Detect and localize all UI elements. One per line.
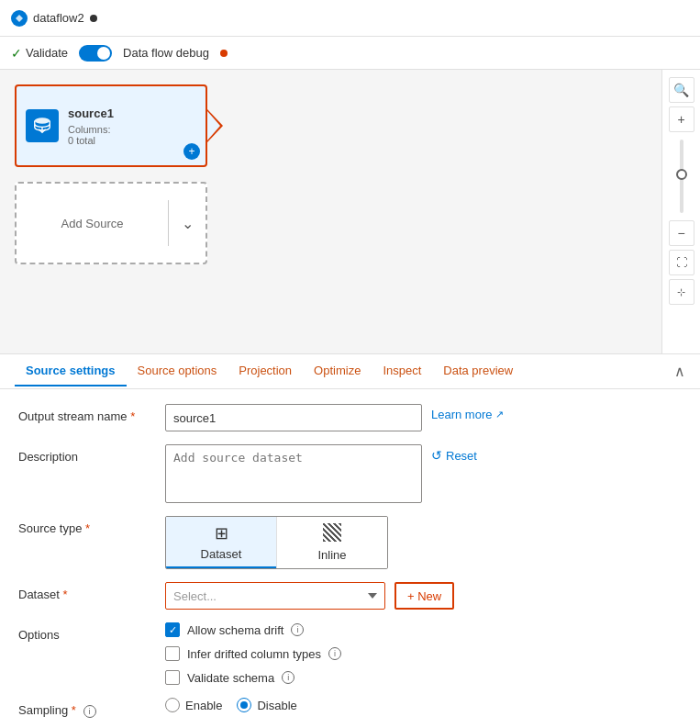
fit-icon: ⛶ — [676, 256, 687, 269]
source-type-group: ⊞ Dataset Inline — [165, 516, 388, 569]
zoom-out-icon: − — [677, 226, 684, 241]
source-type-inline-btn[interactable]: Inline — [277, 517, 387, 568]
zoom-out-button[interactable]: − — [669, 220, 694, 246]
sampling-enable-label: Enable — [185, 699, 222, 712]
reset-icon: ↺ — [431, 448, 442, 463]
source-node-title: source1 — [68, 106, 196, 120]
tab-source-settings[interactable]: Source settings — [15, 356, 127, 386]
reset-button[interactable]: ↺ Reset — [431, 444, 477, 463]
dataset-row: Dataset * Select... + New — [18, 582, 682, 610]
sampling-disable-row: Disable — [237, 698, 296, 712]
source-type-label: Source type * — [18, 516, 165, 535]
top-bar: dataflow2 — [0, 0, 700, 37]
output-stream-controls: Learn more ↗ — [165, 404, 682, 431]
options-controls: Allow schema drift i Infer drifted colum… — [165, 622, 682, 685]
source-node-info: source1 Columns: 0 total — [68, 106, 196, 146]
tabs-bar: Source settings Source options Projectio… — [0, 354, 700, 389]
validate-label: Validate — [26, 46, 68, 60]
app-title: dataflow2 — [33, 11, 84, 25]
select-button[interactable]: ⊹ — [669, 279, 694, 305]
description-row: Description ↺ Reset — [18, 444, 682, 503]
source-node[interactable]: source1 Columns: 0 total + — [15, 84, 207, 167]
check-icon: ✓ — [11, 46, 22, 61]
tab-inspect[interactable]: Inspect — [372, 356, 432, 386]
debug-toggle[interactable] — [79, 45, 112, 62]
add-source-chevron[interactable]: ⌄ — [169, 215, 206, 232]
tab-projection[interactable]: Projection — [228, 356, 303, 386]
allow-schema-drift-info-icon[interactable]: i — [291, 623, 304, 636]
zoom-thumb — [676, 169, 687, 180]
allow-schema-drift-checkbox[interactable] — [165, 622, 180, 637]
learn-more-link[interactable]: Learn more ↗ — [431, 404, 504, 421]
infer-drifted-label: Infer drifted column types — [187, 647, 321, 661]
output-stream-row: Output stream name * Learn more ↗ — [18, 404, 682, 431]
source-type-row: Source type * ⊞ Dataset Inline — [18, 516, 682, 569]
sampling-controls: Enable Disable — [165, 698, 682, 712]
description-controls: ↺ Reset — [165, 444, 682, 503]
description-label: Description — [18, 444, 165, 464]
zoom-slider[interactable] — [680, 140, 683, 213]
sampling-disable-label: Disable — [257, 699, 296, 712]
zoom-in-icon: + — [677, 112, 684, 127]
sampling-disable-radio[interactable] — [237, 698, 251, 712]
sampling-label: Sampling * i — [18, 698, 165, 718]
output-stream-input[interactable] — [165, 404, 422, 431]
sampling-enable-radio[interactable] — [165, 698, 180, 712]
add-source-label: Add Source — [17, 217, 168, 230]
infer-drifted-row: Infer drifted column types i — [165, 646, 341, 661]
source-type-controls: ⊞ Dataset Inline — [165, 516, 682, 569]
inline-icon — [323, 523, 341, 544]
options-label: Options — [18, 622, 165, 642]
bottom-panel: Source settings Source options Projectio… — [0, 354, 700, 728]
validate-schema-info-icon[interactable]: i — [282, 671, 294, 684]
validate-schema-row: Validate schema i — [165, 670, 341, 685]
validate-schema-label: Validate schema — [187, 671, 274, 685]
debug-label: Data flow debug — [123, 46, 209, 60]
search-button[interactable]: 🔍 — [669, 77, 694, 103]
search-icon: 🔍 — [673, 83, 689, 97]
toggle-thumb — [97, 47, 110, 60]
validate-button[interactable]: ✓ Validate — [11, 46, 68, 61]
validate-schema-checkbox[interactable] — [165, 670, 180, 685]
sampling-enable-row: Enable — [165, 698, 222, 712]
svg-point-0 — [35, 118, 50, 123]
fit-button[interactable]: ⛶ — [669, 250, 694, 275]
dataset-select[interactable]: Select... — [165, 582, 385, 610]
debug-status-dot — [220, 50, 228, 57]
tab-data-preview[interactable]: Data preview — [432, 356, 524, 386]
source-node-add-btn[interactable]: + — [183, 143, 200, 160]
infer-drifted-info-icon[interactable]: i — [328, 647, 341, 660]
infer-drifted-checkbox[interactable] — [165, 646, 180, 661]
source-node-sub: Columns: 0 total — [68, 124, 196, 146]
description-input[interactable] — [165, 444, 422, 503]
allow-schema-drift-label: Allow schema drift — [187, 623, 283, 637]
canvas-area: source1 Columns: 0 total + Add Source ⌄ — [0, 70, 700, 354]
tabs-collapse-button[interactable]: ∧ — [674, 363, 685, 380]
sampling-info-icon[interactable]: i — [83, 705, 96, 718]
source-node-icon — [26, 109, 59, 142]
zoom-in-button[interactable]: + — [669, 106, 694, 132]
sampling-row: Sampling * i Enable Disable — [18, 698, 682, 718]
options-row: Options Allow schema drift i Infer drift… — [18, 622, 682, 685]
source-type-dataset-btn[interactable]: ⊞ Dataset — [166, 517, 276, 568]
dataset-icon: ⊞ — [215, 523, 228, 543]
new-dataset-button[interactable]: + New — [394, 582, 454, 610]
form-area: Output stream name * Learn more ↗ Descri… — [0, 389, 700, 728]
dataset-label: Dataset * — [18, 582, 165, 601]
select-icon: ⊹ — [677, 286, 685, 298]
allow-schema-drift-row: Allow schema drift i — [165, 622, 341, 637]
options-group: Allow schema drift i Infer drifted colum… — [165, 622, 341, 685]
sampling-radio-group: Enable Disable — [165, 698, 297, 712]
add-source-inner: Add Source ⌄ — [17, 200, 206, 246]
external-link-icon: ↗ — [495, 409, 504, 420]
app-title-area: dataflow2 — [11, 10, 97, 27]
tab-source-options[interactable]: Source options — [127, 356, 228, 386]
tab-optimize[interactable]: Optimize — [303, 356, 372, 386]
unsaved-indicator — [90, 15, 97, 22]
output-stream-label: Output stream name * — [18, 404, 165, 423]
app-icon — [11, 10, 28, 27]
add-source-box[interactable]: Add Source ⌄ — [15, 182, 207, 264]
dataset-controls: Select... + New — [165, 582, 682, 610]
toolbar: ✓ Validate Data flow debug — [0, 37, 700, 70]
canvas-main: source1 Columns: 0 total + Add Source ⌄ — [0, 70, 661, 353]
